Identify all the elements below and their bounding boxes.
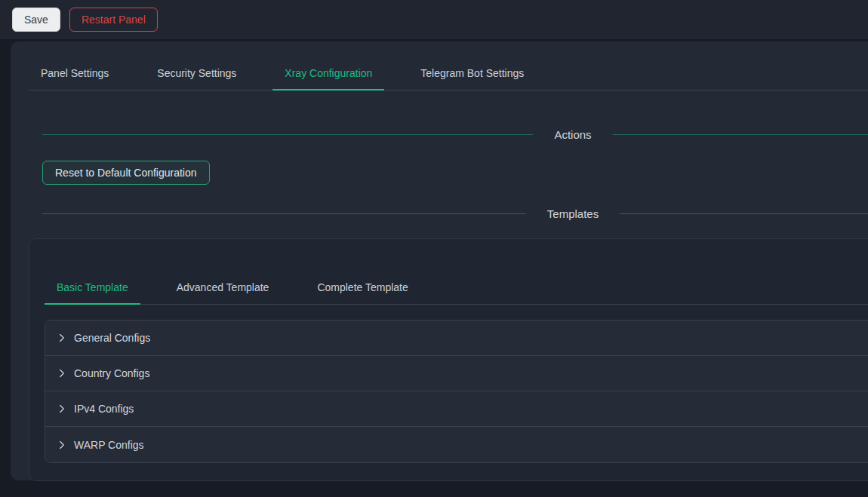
chevron-right-icon [57, 440, 66, 449]
tab-panel-settings[interactable]: Panel Settings [29, 67, 121, 90]
templates-card: Basic Template Advanced Template Complet… [29, 238, 868, 481]
actions-divider: Actions [42, 128, 868, 141]
accordion-item-label: WARP Configs [74, 439, 144, 451]
template-tabs: Basic Template Advanced Template Complet… [45, 281, 868, 305]
accordion-item-label: Country Configs [74, 367, 149, 379]
tab-security-settings[interactable]: Security Settings [145, 67, 248, 90]
top-toolbar: Save Restart Panel [0, 0, 868, 39]
restart-panel-button[interactable]: Restart Panel [69, 8, 158, 32]
accordion-item-label: IPv4 Configs [74, 403, 134, 415]
settings-tabs: Panel Settings Security Settings Xray Co… [29, 67, 868, 91]
tab-xray-configuration[interactable]: Xray Configuration [272, 67, 384, 90]
templates-divider: Templates [42, 207, 868, 220]
tab-basic-template[interactable]: Basic Template [45, 281, 140, 304]
accordion-item-country-configs[interactable]: Country Configs [45, 356, 868, 391]
chevron-right-icon [57, 404, 66, 413]
accordion-item-warp-configs[interactable]: WARP Configs [45, 427, 868, 462]
accordion-item-general-configs[interactable]: General Configs [45, 321, 868, 356]
save-button[interactable]: Save [12, 8, 60, 32]
accordion-item-label: General Configs [74, 332, 150, 344]
chevron-right-icon [57, 333, 66, 342]
reset-default-configuration-button[interactable]: Reset to Default Configuration [42, 161, 210, 185]
tab-complete-template[interactable]: Complete Template [305, 281, 420, 304]
tab-telegram-bot-settings[interactable]: Telegram Bot Settings [408, 67, 536, 90]
accordion-item-ipv4-configs[interactable]: IPv4 Configs [45, 391, 868, 427]
configs-accordion: General Configs Country Configs IPv4 Con… [45, 320, 868, 463]
chevron-right-icon [57, 369, 66, 378]
settings-card: Panel Settings Security Settings Xray Co… [11, 41, 868, 480]
templates-divider-title: Templates [526, 207, 620, 220]
actions-divider-title: Actions [533, 128, 612, 141]
tab-advanced-template[interactable]: Advanced Template [165, 281, 282, 304]
